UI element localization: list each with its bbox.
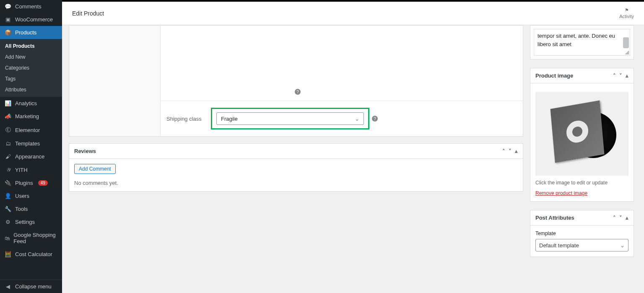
topbar: Edit Product ⚑ Activity [62,2,644,25]
submenu-categories[interactable]: Categories [0,62,62,73]
excerpt-text: tempor sit amet, ante. Donec eu libero s… [538,32,620,48]
sidebar-item-users[interactable]: 👤 Users [0,189,62,202]
sidebar-item-label: Plugins [15,180,33,186]
activity-button[interactable]: ⚑ Activity [619,8,634,19]
shipping-class-label: Shipping class [161,116,211,122]
flag-icon: ⚑ [625,8,629,13]
product-image-caption: Click the image to edit or update [535,180,628,186]
sidebar-item-appearance[interactable]: 🖌 Appearance [0,150,62,163]
sidebar-item-label: Appearance [15,153,44,160]
woo-icon: ▣ [4,16,12,23]
remove-product-image-link[interactable]: Remove product image [535,190,587,196]
template-label: Template [535,231,628,236]
sidebar-item-elementor[interactable]: Ⓔ Elementor [0,123,62,137]
post-attributes-head[interactable]: Post Attributes ˄ ˅ ▴ [530,210,634,226]
toggle-icon[interactable]: ▴ [626,215,628,221]
product-data-panel: ? Shipping class Fragile ⌄ ? [69,25,523,137]
no-comments-text: No comments yet. [74,180,518,186]
product-image-panel: Product image ˄ ˅ ▴ [530,68,634,202]
sidebar-item-label: Users [15,193,29,199]
sidebar-item-products[interactable]: 📦 Products [0,26,62,39]
excerpt-textarea[interactable]: tempor sit amet, ante. Donec eu libero s… [534,29,630,56]
shipping-class-highlight: Fragile ⌄ [211,108,369,130]
yith-icon: 𝒴 [4,166,12,173]
scrollbar-thumb[interactable] [623,37,629,48]
help-icon[interactable]: ? [295,89,301,95]
reviews-heading: Reviews [74,148,96,154]
elementor-icon: Ⓔ [4,126,12,134]
sidebar-item-yith[interactable]: 𝒴 YITH [0,163,62,176]
chevron-down-icon: ⌄ [355,116,359,122]
submenu-tags[interactable]: Tags [0,73,62,84]
collapse-label: Collapse menu [15,283,52,290]
sidebar-item-label: Analytics [15,100,37,106]
sidebar-item-woocommerce[interactable]: ▣ WooCommerce [0,13,62,26]
product-image-head[interactable]: Product image ˄ ˅ ▴ [530,68,634,83]
sidebar-item-analytics[interactable]: 📊 Analytics [0,97,62,110]
product-data-tabs [69,26,161,136]
sidebar-item-marketing[interactable]: 📣 Marketing [0,110,62,123]
collapse-icon: ◀ [4,283,12,290]
collapse-menu[interactable]: ◀ Collapse menu [0,280,62,293]
sidebar-item-label: Tools [15,206,28,212]
sidebar-item-label: YITH [15,167,28,173]
post-attributes-heading: Post Attributes [535,215,574,221]
submenu-all-products[interactable]: All Products [0,41,62,52]
appearance-icon: 🖌 [4,153,12,160]
sidebar-item-cost-calculator[interactable]: 🧮 Cost Calculator [0,248,62,261]
sidebar-item-label: Templates [15,140,40,147]
sidebar-item-plugins[interactable]: 🔌 Plugins 49 [0,176,62,189]
sidebar-item-label: Cost Calculator [15,251,52,257]
resize-handle[interactable] [625,50,629,54]
sidebar-item-label: Elementor [15,127,40,133]
product-image-graphic [553,104,611,163]
sidebar-item-label: Google Shopping Feed [13,232,58,244]
submenu-add-new[interactable]: Add New [0,52,62,62]
sidebar-item-settings[interactable]: ⚙ Settings [0,215,62,228]
chevron-down-icon: ⌄ [620,242,625,249]
toggle-icon[interactable]: ▴ [626,73,628,79]
sidebar-item-label: Products [15,29,36,36]
settings-icon: ⚙ [4,219,12,225]
move-up-icon[interactable]: ˄ [502,148,505,154]
reviews-panel: Reviews ˄ ˅ ▴ Add Comment No comments ye… [69,143,523,192]
move-down-icon[interactable]: ˅ [509,148,512,154]
help-icon[interactable]: ? [372,116,378,122]
move-down-icon[interactable]: ˅ [619,215,622,221]
panel-tools: ˄ ˅ ▴ [502,148,518,154]
sidebar-item-comments[interactable]: 💬 Comments [0,0,62,13]
product-image-heading: Product image [535,73,573,79]
shopping-icon: 🛍 [4,235,10,241]
shipping-dimensions-area: ? [161,26,523,101]
excerpt-panel: tempor sit amet, ante. Donec eu libero s… [530,25,634,60]
admin-sidebar: 💬 Comments ▣ WooCommerce 📦 Products All … [0,0,62,293]
submenu-attributes[interactable]: Attributes [0,84,62,95]
template-select[interactable]: Default template ⌄ [535,239,628,252]
move-down-icon[interactable]: ˅ [619,73,622,79]
sidebar-item-label: Marketing [15,113,39,119]
shipping-class-select[interactable]: Fragile ⌄ [216,112,364,125]
move-up-icon[interactable]: ˄ [613,215,616,221]
products-icon: 📦 [4,29,12,36]
product-image-thumb[interactable] [535,92,628,176]
post-attributes-panel: Post Attributes ˄ ˅ ▴ Template Default t… [530,210,634,257]
users-icon: 👤 [4,193,12,199]
sidebar-item-templates[interactable]: 🗂 Templates [0,137,62,150]
calc-icon: 🧮 [4,251,12,257]
move-up-icon[interactable]: ˄ [613,73,616,79]
toggle-icon[interactable]: ▴ [515,148,518,154]
products-submenu: All Products Add New Categories Tags Att… [0,39,62,97]
add-comment-button[interactable]: Add Comment [74,164,116,174]
reviews-panel-head[interactable]: Reviews ˄ ˅ ▴ [69,144,523,159]
tools-icon: 🔧 [4,206,12,212]
analytics-icon: 📊 [4,100,12,106]
sidebar-item-label: Settings [15,219,35,225]
plugins-badge: 49 [38,180,48,186]
sidebar-item-label: WooCommerce [15,16,53,23]
plugins-icon: 🔌 [4,180,12,186]
activity-label: Activity [619,14,634,19]
marketing-icon: 📣 [4,113,12,119]
sidebar-item-tools[interactable]: 🔧 Tools [0,202,62,215]
sidebar-item-google-shopping[interactable]: 🛍 Google Shopping Feed [0,228,62,248]
comment-icon: 💬 [4,3,12,10]
